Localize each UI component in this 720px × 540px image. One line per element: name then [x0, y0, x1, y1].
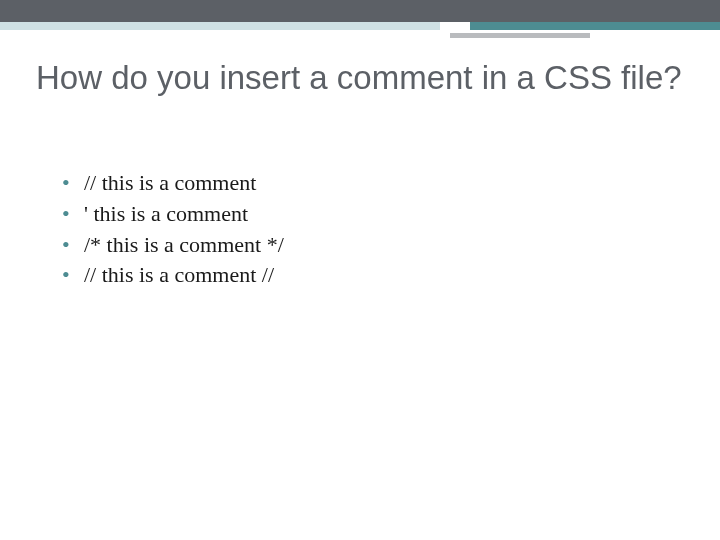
accent-row-1 [0, 22, 720, 30]
accent-row-2 [0, 33, 720, 38]
list-item: // this is a comment // [80, 260, 660, 291]
slide: How do you insert a comment in a CSS fil… [0, 0, 720, 540]
list-item: // this is a comment [80, 168, 660, 199]
options-list: // this is a comment ' this is a comment… [56, 168, 660, 291]
list-item: /* this is a comment */ [80, 230, 660, 261]
slide-title: How do you insert a comment in a CSS fil… [36, 58, 684, 98]
accent-strip [0, 22, 720, 42]
slide-body: // this is a comment ' this is a comment… [56, 168, 660, 291]
top-bar [0, 0, 720, 22]
list-item: ' this is a comment [80, 199, 660, 230]
